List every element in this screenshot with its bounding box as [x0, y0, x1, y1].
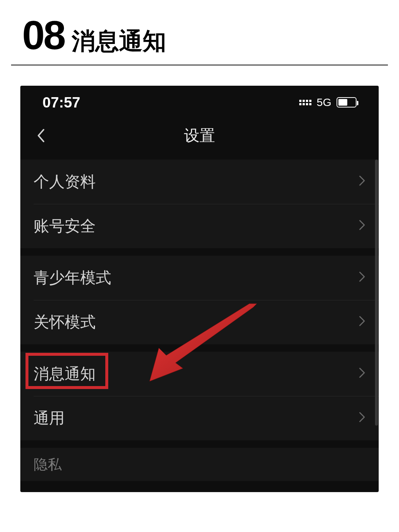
settings-section-privacy: 隐私 — [20, 448, 379, 481]
status-right: 5G — [299, 96, 357, 109]
battery-icon — [337, 97, 357, 108]
item-label: 账号安全 — [34, 216, 96, 236]
settings-group-4: 隐私 — [20, 448, 379, 481]
network-label: 5G — [317, 96, 331, 109]
phone-screen: 07:57 5G 设置 — [20, 86, 379, 492]
section-label: 隐私 — [34, 455, 62, 474]
chevron-right-icon — [359, 314, 365, 330]
item-label: 关怀模式 — [34, 312, 96, 332]
page-header: 08 消息通知 — [11, 0, 388, 65]
phone-screenshot: 07:57 5G 设置 — [20, 86, 379, 492]
chevron-left-icon — [36, 128, 45, 143]
chevron-right-icon — [359, 174, 365, 190]
chevron-right-icon — [359, 366, 365, 382]
settings-item-teen-mode[interactable]: 青少年模式 — [20, 256, 379, 300]
chevron-right-icon — [359, 270, 365, 286]
page-title: 消息通知 — [72, 25, 166, 57]
settings-item-general[interactable]: 通用 — [20, 396, 379, 440]
settings-item-profile[interactable]: 个人资料 — [20, 160, 379, 204]
item-label: 消息通知 — [34, 364, 96, 384]
settings-item-notifications[interactable]: 消息通知 — [20, 352, 379, 396]
item-label: 通用 — [34, 408, 65, 429]
signal-icon — [299, 100, 311, 105]
settings-group-2: 青少年模式 关怀模式 — [20, 256, 379, 344]
settings-item-care-mode[interactable]: 关怀模式 — [20, 300, 379, 344]
back-button[interactable] — [31, 126, 50, 145]
settings-group-1: 个人资料 账号安全 — [20, 160, 379, 248]
page-number: 08 — [22, 15, 64, 55]
nav-bar: 设置 — [20, 119, 379, 152]
status-time: 07:57 — [42, 94, 80, 111]
chevron-right-icon — [359, 410, 365, 426]
chevron-right-icon — [359, 218, 365, 234]
settings-group-3: 消息通知 通用 — [20, 352, 379, 440]
settings-list: 个人资料 账号安全 青少年模式 — [20, 160, 379, 481]
item-label: 青少年模式 — [34, 267, 111, 288]
scrollbar[interactable] — [375, 160, 378, 426]
item-label: 个人资料 — [34, 171, 96, 192]
status-bar: 07:57 5G — [20, 86, 379, 119]
settings-item-account-security[interactable]: 账号安全 — [20, 204, 379, 248]
nav-title: 设置 — [184, 125, 215, 146]
